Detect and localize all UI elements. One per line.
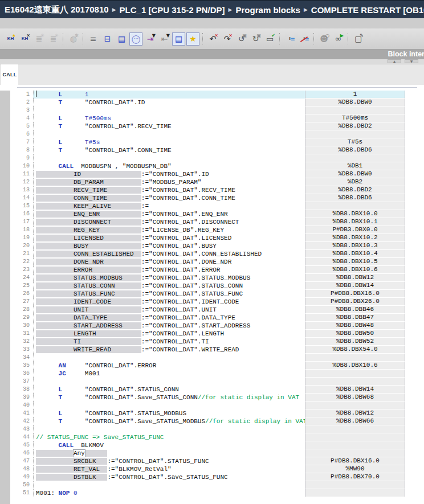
code-line[interactable]: 24 STATUS_MODBUS :="CONTROL_DAT".STATUS_… (10, 274, 424, 282)
code-cell[interactable]: ERROR :="CONTROL_DAT".ERROR (33, 266, 305, 274)
code-cell[interactable]: DB_PARAM :="MODBUS_PARAM" (33, 178, 305, 186)
code-cell[interactable]: AN "CONTROL_DAT".ERROR (33, 362, 305, 370)
code-line[interactable]: 46 Any (10, 449, 424, 457)
code-cell[interactable]: L "CONTROL_DAT".STATUS_CONN (33, 386, 305, 394)
code-cell[interactable]: WRITE_READ :="CONTROL_DAT".WRITE_READ (33, 346, 305, 354)
code-cell[interactable]: ID :="CONTROL_DAT".ID (33, 170, 305, 178)
code-line[interactable]: 40 (10, 401, 424, 409)
code-cell[interactable]: L "CONTROL_DAT".STATUS_MODBUS (33, 409, 305, 417)
code-cell[interactable] (33, 425, 305, 433)
breadcrumb-project[interactable]: E16042遠東重八 20170810 (5, 5, 109, 15)
code-cell[interactable]: L T#500ms (33, 114, 305, 122)
code-line[interactable]: 3 (10, 106, 424, 114)
code-cell[interactable]: L T#5s (33, 138, 305, 146)
code-line[interactable]: 28 UNIT :="CONTROL_DAT".UNIT%DB8.DBB46 (10, 306, 424, 314)
code-cell[interactable]: LENGTH :="CONTROL_DAT".LENGTH (33, 330, 305, 338)
breadcrumb-plc[interactable]: PLC_1 [CPU 315-2 PN/DP] (120, 5, 225, 15)
toggle-comments-icon[interactable]: ◯⋯ (129, 32, 142, 46)
code-line[interactable]: 41 L "CONTROL_DAT".STATUS_MODBUS%DB8.DBW… (10, 409, 424, 417)
code-line[interactable]: 48 RET_VAL :="BLKMOV_RetVal"%MW90 (10, 465, 424, 473)
code-cell[interactable]: RECV_TIME :="CONTROL_DAT".RECV_TIME (33, 186, 305, 194)
symbolic-representation-icon[interactable]: ▤ (172, 32, 185, 46)
code-cell[interactable]: M001: NOP 0 (33, 489, 305, 497)
code-cell[interactable]: DONE_NDR :="CONTROL_DAT".DONE_NDR (33, 258, 305, 266)
code-cell[interactable]: L 1 (33, 91, 305, 99)
code-line[interactable]: 13 RECV_TIME :="CONTROL_DAT".RECV_TIME%D… (10, 186, 424, 194)
block-properties-icon[interactable]: ▢✎ (352, 32, 365, 46)
code-cell[interactable]: CONN_ESTABLISHED :="CONTROL_DAT".CONN_ES… (33, 250, 305, 258)
code-line[interactable]: 27 IDENT_CODE :="CONTROL_DAT".IDENT_CODE… (10, 298, 424, 306)
code-cell[interactable]: SRCBLK :="CONTROL_DAT".STATUS_FUNC (33, 457, 305, 465)
code-cell[interactable]: CONN_TIME :="CONTROL_DAT".CONN_TIME (33, 194, 305, 202)
code-line[interactable]: 39 T "CONTROL_DAT".Save_STATUS_CONN//for… (10, 394, 424, 401)
code-cell[interactable]: START_ADDRESS :="CONTROL_DAT".START_ADDR… (33, 322, 305, 330)
code-cell[interactable]: REG_KEY :="LICENSE_DB".REG_KEY (33, 226, 305, 234)
monitoring-on-icon[interactable]: I≡ (283, 32, 296, 46)
update-block-call-icon[interactable]: ⇤▼ (158, 32, 171, 46)
splitter-expand-button[interactable]: ▼ (405, 59, 418, 63)
tab-call[interactable]: CALL (1, 64, 18, 85)
code-cell[interactable]: DSTBLK :="CONTROL_DAT".Save_STATUS_FUNC (33, 473, 305, 481)
code-line[interactable]: 22 DONE_NDR :="CONTROL_DAT".DONE_NDR%DB8… (10, 258, 424, 266)
code-line[interactable]: 36 JC M001 (10, 370, 424, 378)
code-line[interactable]: 1 L 11 (10, 91, 424, 99)
code-line[interactable]: 32 TI :="CONTROL_DAT".TI%DB8.DBW52 (10, 338, 424, 346)
code-line[interactable]: 43 (10, 425, 424, 433)
code-line[interactable]: 23 ERROR :="CONTROL_DAT".ERROR%DB8.DBX10… (10, 266, 424, 274)
code-cell[interactable]: ENQ_ENR :="CONTROL_DAT".ENQ_ENR (33, 210, 305, 218)
code-cell[interactable] (33, 154, 305, 162)
update-timestamp-icon[interactable]: ↻▣ (249, 32, 262, 46)
code-line[interactable]: 11 ID :="CONTROL_DAT".ID%DB8.DBW0 (10, 170, 424, 178)
code-line[interactable]: 20 BUSY :="CONTROL_DAT".BUSY%DB8.DBX10.3 (10, 242, 424, 250)
code-line[interactable]: 12 DB_PARAM :="MODBUS_PARAM"%DB2 (10, 178, 424, 186)
code-line[interactable]: 44// STATUS_FUNC => Save_STATUS_FUNC (10, 433, 424, 441)
code-cell[interactable]: CALL MODBUSPN , "MODBUSPN_DB" (33, 162, 305, 170)
code-line[interactable]: 10 CALL MODBUSPN , "MODBUSPN_DB"%DB1 (10, 162, 424, 170)
insert-block-parameters-icon[interactable]: ⇥▼ (144, 32, 157, 46)
code-cell[interactable]: JC M001 (33, 370, 305, 378)
monitoring-off-icon[interactable]: I≡ (297, 32, 311, 46)
code-cell[interactable]: KEEP_ALIVE := (33, 202, 305, 210)
block-interface-bar[interactable]: Block interface (0, 50, 424, 59)
code-cell[interactable]: T "CONTROL_DAT".ID (33, 99, 305, 106)
code-line[interactable]: 4 L T#500msT#500ms (10, 114, 424, 122)
code-line[interactable]: 35 AN "CONTROL_DAT".ERROR%DB8.DBX10.6 (10, 362, 424, 370)
code-line[interactable]: 45 CALL BLKMOV (10, 441, 424, 449)
favorites-icon[interactable]: ★ (186, 32, 199, 46)
code-cell[interactable]: Any (33, 449, 305, 457)
code-cell[interactable]: LICENSED :="CONTROL_DAT".LICENSED (33, 234, 305, 242)
code-line[interactable]: 50 (10, 481, 424, 489)
code-line[interactable]: 6 (10, 130, 424, 138)
goto-previous-error-icon[interactable]: ↶✕ (206, 32, 219, 46)
splitter-collapse-button[interactable]: ▲ (388, 59, 401, 63)
code-cell[interactable]: DISCONNECT :="CONTROL_DAT".DISCONNECT (33, 218, 305, 226)
close-all-networks-icon[interactable]: ▤ (115, 32, 128, 46)
code-line[interactable]: 49 DSTBLK :="CONTROL_DAT".Save_STATUS_FU… (10, 473, 424, 481)
code-line[interactable]: 47 SRCBLK :="CONTROL_DAT".STATUS_FUNCP#D… (10, 457, 424, 465)
code-line[interactable]: 14 CONN_TIME :="CONTROL_DAT".CONN_TIME%D… (10, 194, 424, 202)
code-line[interactable]: 33 WRITE_READ :="CONTROL_DAT".WRITE_READ… (10, 346, 424, 354)
code-cell[interactable]: IDENT_CODE :="CONTROL_DAT".IDENT_CODE (33, 298, 305, 306)
code-line[interactable]: 42 T "CONTROL_DAT".Save_STATUS_MODBUS//f… (10, 417, 424, 425)
goto-next-error-icon[interactable]: ↷✕ (221, 32, 234, 46)
open-all-networks-icon[interactable]: ⊟ (101, 32, 114, 46)
code-cell[interactable]: T "CONTROL_DAT".Save_STATUS_MODBUS//for … (33, 417, 305, 425)
code-cell[interactable]: STATUS_CONN :="CONTROL_DAT".STATUS_CONN (33, 282, 305, 290)
code-line[interactable]: 51M001: NOP 0 (10, 489, 424, 497)
code-cell[interactable] (33, 481, 305, 489)
code-cell[interactable]: T "CONTROL_DAT".CONN_TIME (33, 146, 305, 154)
code-cell[interactable]: DATA_TYPE :="CONTROL_DAT".DATA_TYPE (33, 314, 305, 322)
code-line[interactable]: 9 (10, 154, 424, 162)
code-line[interactable]: 38 L "CONTROL_DAT".STATUS_CONN%DB8.DBW14 (10, 386, 424, 394)
code-cell[interactable]: STATUS_FUNC :="CONTROL_DAT".STATUS_FUNC (33, 290, 305, 298)
code-cell[interactable]: STATUS_MODBUS :="CONTROL_DAT".STATUS_MOD… (33, 274, 305, 282)
code-cell[interactable]: BUSY :="CONTROL_DAT".BUSY (33, 242, 305, 250)
code-line[interactable]: 17 DISCONNECT :="CONTROL_DAT".DISCONNECT… (10, 218, 424, 226)
code-line[interactable]: 7 L T#5sT#5s (10, 138, 424, 146)
code-cell[interactable]: TI :="CONTROL_DAT".TI (33, 338, 305, 346)
any-type-box[interactable]: Any (74, 450, 85, 457)
code-cell[interactable]: RET_VAL :="BLKMOV_RetVal" (33, 465, 305, 473)
breadcrumb-program-blocks[interactable]: Program blocks (236, 5, 300, 15)
code-cell[interactable]: UNIT :="CONTROL_DAT".UNIT (33, 306, 305, 314)
code-cell[interactable]: // STATUS_FUNC => Save_STATUS_FUNC (33, 433, 305, 441)
